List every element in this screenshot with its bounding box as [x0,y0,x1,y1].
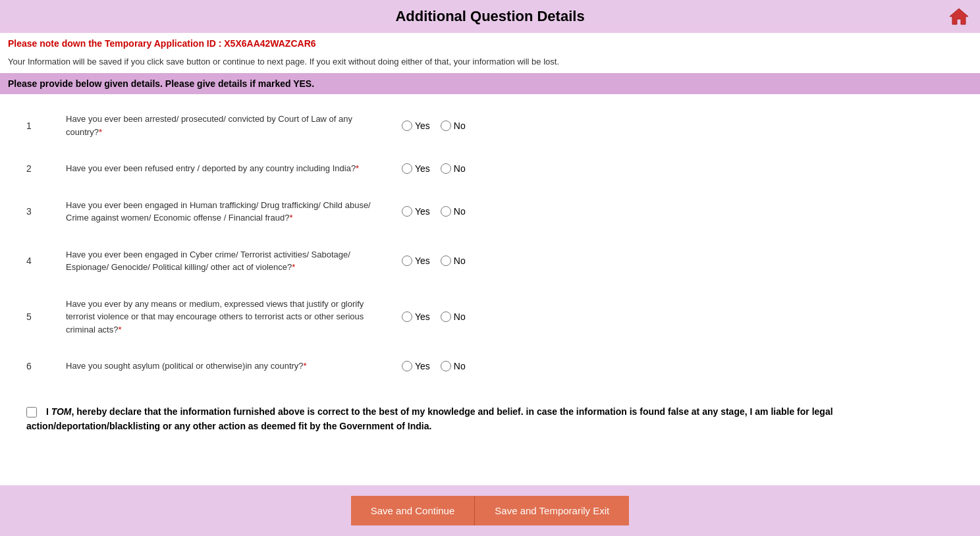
radio-no-6-text: No [454,361,466,371]
radio-yes-1-label[interactable]: Yes [402,121,430,131]
radio-group-2: Yes No [402,163,494,174]
declaration-text-after: , hereby declare that the information fu… [26,406,833,431]
radio-no-4-text: No [454,255,466,266]
radio-yes-3[interactable] [402,206,412,217]
radio-no-6-label[interactable]: No [441,361,466,371]
radio-yes-5-text: Yes [415,311,430,322]
question-text-1: Have you ever been arrested/ prosecuted/… [66,113,382,138]
radio-no-3[interactable] [441,206,451,217]
required-marker-5: * [118,325,121,335]
page-title: Additional Question Details [0,8,980,25]
footer: Save and Continue Save and Temporarily E… [0,485,980,536]
question-row: 1 Have you ever been arrested/ prosecute… [26,101,954,150]
radio-no-1-label[interactable]: No [441,121,466,131]
svg-marker-0 [950,9,968,24]
radio-yes-6[interactable] [402,361,412,371]
app-id-label: Please note down the Temporary Applicati… [8,38,221,49]
radio-yes-5[interactable] [402,311,412,322]
declaration-text: I TOM, hereby declare that the informati… [26,404,954,434]
question-text-6: Have you sought asylum (political or oth… [66,360,382,373]
save-continue-button[interactable]: Save and Continue [351,496,476,525]
question-text-3: Have you ever been engaged in Human traf… [66,199,382,225]
question-text-5: Have you ever by any means or medium, ex… [66,298,382,336]
required-marker-4: * [292,262,295,272]
question-text-2: Have you ever been refused entry / depor… [66,162,382,175]
declaration-section: I TOM, hereby declare that the informati… [0,391,980,454]
radio-yes-1[interactable] [402,121,412,131]
question-number-2: 2 [26,163,66,174]
question-number-3: 3 [26,206,66,217]
radio-yes-3-label[interactable]: Yes [402,206,430,217]
radio-no-4-label[interactable]: No [441,255,466,266]
question-row: 5 Have you ever by any means or medium, … [26,286,954,348]
radio-yes-2[interactable] [402,163,412,174]
radio-yes-3-text: Yes [415,206,430,217]
questions-container: 1 Have you ever been arrested/ prosecute… [0,94,980,391]
radio-no-2-text: No [454,163,466,174]
required-marker-6: * [304,361,307,371]
radio-no-5[interactable] [441,311,451,322]
radio-group-1: Yes No [402,121,494,131]
save-exit-button[interactable]: Save and Temporarily Exit [475,496,629,525]
radio-no-1-text: No [454,121,466,131]
radio-yes-4-text: Yes [415,255,430,266]
info-text: Your Information will be saved if you cl… [0,54,980,73]
radio-yes-6-label[interactable]: Yes [402,361,430,371]
radio-no-1[interactable] [441,121,451,131]
radio-yes-4-label[interactable]: Yes [402,255,430,266]
home-icon[interactable] [948,6,969,27]
question-row: 3 Have you ever been engaged in Human tr… [26,187,954,236]
question-text-4: Have you ever been engaged in Cyber crim… [66,248,382,274]
radio-yes-5-label[interactable]: Yes [402,311,430,322]
radio-group-3: Yes No [402,206,494,217]
radio-no-5-text: No [454,311,466,322]
question-number-6: 6 [26,361,66,371]
radio-yes-2-text: Yes [415,163,430,174]
radio-no-2[interactable] [441,163,451,174]
question-number-5: 5 [26,311,66,322]
required-marker-2: * [356,163,359,173]
radio-no-5-label[interactable]: No [441,311,466,322]
radio-no-3-text: No [454,206,466,217]
question-row: 2 Have you ever been refused entry / dep… [26,150,954,187]
radio-yes-6-text: Yes [415,361,430,371]
radio-no-2-label[interactable]: No [441,163,466,174]
question-number-1: 1 [26,121,66,131]
radio-group-6: Yes No [402,361,494,371]
radio-no-3-label[interactable]: No [441,206,466,217]
app-id-value: X5X6AA42WAZCAR6 [224,38,315,49]
question-row: 4 Have you ever been engaged in Cyber cr… [26,236,954,286]
required-marker-1: * [99,127,102,137]
declaration-text-before: I [46,406,51,417]
radio-yes-1-text: Yes [415,121,430,131]
app-id-bar: Please note down the Temporary Applicati… [0,33,980,54]
radio-yes-2-label[interactable]: Yes [402,163,430,174]
radio-yes-4[interactable] [402,255,412,266]
declaration-checkbox[interactable] [26,407,37,417]
radio-no-4[interactable] [441,255,451,266]
declaration-name: TOM [51,406,72,417]
required-marker-3: * [289,213,292,223]
question-number-4: 4 [26,255,66,266]
radio-group-4: Yes No [402,255,494,266]
question-row: 6 Have you sought asylum (political or o… [26,348,954,385]
section-header: Please provide below given details. Plea… [0,73,980,94]
radio-no-6[interactable] [441,361,451,371]
radio-group-5: Yes No [402,311,494,322]
page-header: Additional Question Details [0,0,980,33]
